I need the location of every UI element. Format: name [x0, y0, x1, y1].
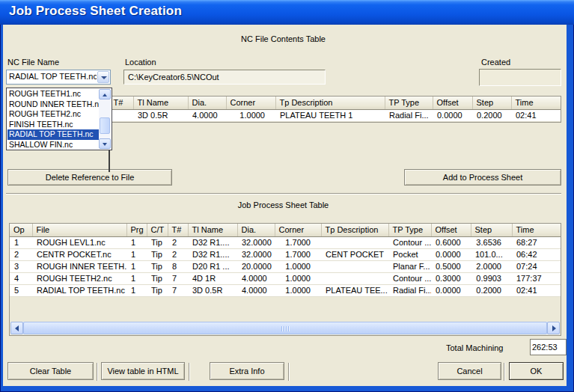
cell: 1: [126, 236, 147, 248]
column-header[interactable]: T#: [109, 97, 133, 109]
scrollbar-thumb[interactable]: [23, 322, 547, 334]
column-header[interactable]: Offset: [433, 97, 472, 109]
combo-dropdown-button[interactable]: [97, 71, 109, 83]
cell: 32.0000: [237, 236, 275, 248]
cell: 0.9903: [471, 272, 512, 284]
column-header[interactable]: Tp Description: [275, 97, 385, 109]
column-header[interactable]: C/T: [147, 224, 168, 236]
cell: CENTR POCKET.nc: [32, 248, 126, 260]
cell: 1: [126, 272, 147, 284]
cell: 2.0000: [471, 260, 512, 272]
column-header[interactable]: Step: [472, 97, 511, 109]
ok-button[interactable]: OK: [509, 362, 564, 380]
column-header[interactable]: Time: [512, 224, 561, 236]
column-header[interactable]: Corner: [226, 97, 275, 109]
cell: 0.3000: [431, 272, 471, 284]
table-row[interactable]: 5RADIAL TOP TEETH.nc1Tip73D 0.5R4.00001.…: [10, 284, 561, 296]
nc-file-name-select[interactable]: RADIAL TOP TEETH.nc: [6, 70, 111, 85]
cell: 3D 0.5R: [188, 284, 237, 296]
cell: 2: [168, 248, 188, 260]
button-separator: [288, 363, 290, 381]
dropdown-item[interactable]: ROUGH TEETH1.nc: [7, 89, 99, 99]
cell: 3D 0.5R: [133, 109, 188, 121]
extra-info-label: Extra Info: [210, 367, 284, 376]
dropdown-item[interactable]: RADIAL TOP TEETH.nc: [7, 129, 99, 140]
button-separator: [97, 363, 98, 381]
table-row[interactable]: 3ROUGH INNER TEETH...1Tip8D20 R1 ...20.0…: [10, 260, 561, 272]
cell: PLATEAU TEETH 1: [275, 109, 385, 121]
location-field[interactable]: C:\KeyCreator6.5\NCOut: [123, 70, 326, 85]
cell: 0.5000: [431, 260, 471, 272]
cancel-label: Cancel: [439, 367, 501, 376]
column-header[interactable]: Tl Name: [133, 97, 188, 109]
cell: [109, 109, 133, 121]
dropdown-item[interactable]: FINISH TEETH.nc: [7, 120, 99, 130]
clear-table-button[interactable]: Clear Table: [7, 362, 94, 380]
cell: Planar F...: [388, 260, 431, 272]
column-header[interactable]: Tl Name: [188, 224, 237, 236]
cell: 7: [168, 272, 188, 284]
column-header[interactable]: T#: [168, 224, 188, 236]
cell: D32 R1....: [188, 248, 237, 260]
column-header[interactable]: Step: [471, 224, 512, 236]
scroll-up-button[interactable]: [99, 89, 111, 99]
cell: 8: [168, 260, 188, 272]
dropdown-scrollbar[interactable]: [99, 89, 111, 149]
delete-reference-button[interactable]: Delete Reference to File: [7, 169, 172, 186]
column-header[interactable]: Op: [10, 224, 32, 236]
table-row[interactable]: 1ROUGH LEVL1.nc1Tip2D32 R1....32.00001.7…: [10, 236, 561, 248]
add-to-process-sheet-button[interactable]: Add to Process Sheet: [404, 169, 561, 186]
scrollbar-thumb[interactable]: [100, 117, 110, 134]
view-table-html-button[interactable]: View table in HTML: [101, 362, 185, 380]
cell: 0.0000: [433, 109, 472, 121]
cell: [321, 236, 388, 248]
nc-file-dropdown-list[interactable]: ROUGH TEETH1.ncROUND INNER TEETH.ncROUGH…: [6, 88, 112, 150]
cell: Radial Fi...: [388, 284, 431, 296]
column-header[interactable]: TP Type: [388, 224, 431, 236]
cell: 4: [10, 272, 32, 284]
cell: 02:41: [511, 109, 561, 121]
dropdown-item[interactable]: SHALLOW FIN.nc: [7, 140, 99, 149]
chevron-right-icon: [552, 325, 556, 331]
column-header[interactable]: Prg: [126, 224, 147, 236]
scroll-right-button[interactable]: [547, 322, 560, 334]
cell: Contour ...: [388, 272, 431, 284]
column-header[interactable]: Tp Description: [321, 224, 388, 236]
cell: 177:37: [512, 272, 561, 284]
cell: Tip: [147, 248, 168, 260]
cell: 02:41: [512, 284, 561, 296]
created-field[interactable]: [479, 69, 561, 86]
column-header[interactable]: Time: [511, 97, 561, 109]
cell: 1: [126, 284, 147, 296]
chevron-up-icon: [103, 94, 107, 97]
column-header[interactable]: Offset: [431, 224, 471, 236]
table-row[interactable]: 4ROUGH TEETH2.nc1Tip74D 1R4.00001.0000Co…: [10, 272, 561, 284]
scroll-down-button[interactable]: [99, 138, 111, 149]
cell: Tip: [147, 260, 168, 272]
chevron-down-icon: [101, 76, 107, 79]
job-process-sheet-table: OpFilePrgC/TT#Tl NameDia.CornerTp Descri…: [9, 223, 561, 336]
dialog-window: Job Process Sheet Creation NC File Conte…: [0, 0, 574, 392]
callout-line: [109, 149, 110, 172]
cell: Tip: [147, 284, 168, 296]
cell: Contour ...: [388, 236, 431, 248]
column-header[interactable]: TP Type: [385, 97, 433, 109]
clear-table-label: Clear Table: [8, 367, 93, 376]
dropdown-item[interactable]: ROUND INNER TEETH.nc: [7, 99, 99, 110]
column-header[interactable]: Dia.: [237, 224, 275, 236]
button-separator: [189, 363, 190, 381]
cell: 1.7000: [275, 236, 321, 248]
column-header[interactable]: File: [32, 224, 126, 236]
cell: D32 R1....: [188, 236, 237, 248]
table-row[interactable]: 2CENTR POCKET.nc1Tip2D32 R1....32.00001.…: [10, 248, 561, 260]
cell: 2: [10, 248, 32, 260]
title-bar[interactable]: Job Process Sheet Creation: [0, 0, 574, 25]
cell: 1.0000: [275, 272, 321, 284]
scroll-left-button[interactable]: [10, 322, 23, 334]
column-header[interactable]: Corner: [275, 224, 321, 236]
dropdown-item[interactable]: ROUGH TEETH2.nc: [7, 109, 99, 120]
extra-info-button[interactable]: Extra Info: [210, 362, 284, 380]
horizontal-scrollbar[interactable]: [10, 322, 560, 334]
column-header[interactable]: Dia.: [188, 97, 226, 109]
cancel-button[interactable]: Cancel: [438, 362, 501, 380]
